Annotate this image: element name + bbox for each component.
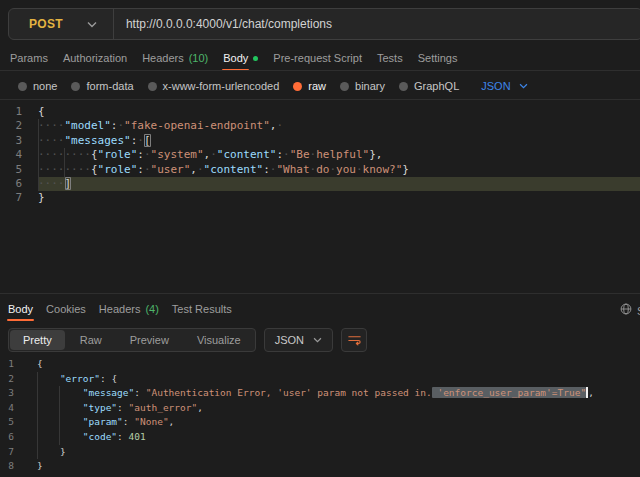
line-number: 5 [0, 415, 37, 430]
tab-headers[interactable]: Headers(10) [142, 52, 208, 64]
response-tab-test-results[interactable]: Test Results [172, 303, 232, 315]
tab-label: Body [8, 303, 33, 315]
response-tabs: BodyCookiesHeaders(4)Test Results [8, 296, 232, 322]
code-line[interactable]: 8} [0, 459, 640, 474]
response-tab-body[interactable]: Body [8, 303, 33, 315]
body-type-options: noneform-datax-www-form-urlencodedrawbin… [18, 76, 528, 96]
code-line[interactable]: 1{ [0, 105, 640, 119]
tab-authorization[interactable]: Authorization [63, 52, 127, 64]
line-number: 6 [0, 177, 38, 191]
radio-selected-icon [293, 82, 302, 91]
line-number: 5 [0, 163, 38, 177]
chevron-down-icon [87, 21, 97, 28]
code-token: 401 [129, 431, 146, 442]
response-tab-headers[interactable]: Headers(4) [99, 303, 159, 315]
code-token: } [38, 191, 45, 204]
code-token: "role" [98, 148, 138, 161]
indent-guide [64, 148, 65, 162]
view-visualize[interactable]: Visualize [184, 330, 254, 350]
tab-label: Pre-request Script [273, 52, 362, 64]
code-line[interactable]: 7 } [0, 445, 640, 460]
code-token: "param" [83, 416, 123, 427]
divider [0, 70, 640, 71]
body-type-none[interactable]: none [18, 80, 57, 92]
tab-count-badge: (10) [189, 52, 209, 64]
view-pretty[interactable]: Pretty [10, 330, 65, 350]
tab-body[interactable]: Body [223, 52, 258, 64]
code-token: { [91, 148, 98, 161]
code-token: } [402, 163, 409, 176]
code-token: · [137, 134, 144, 147]
wrap-text-button[interactable] [341, 328, 367, 352]
code-line[interactable]: 4 "type": "auth_error", [0, 401, 640, 416]
chevron-down-icon [313, 337, 322, 343]
request-body-editor[interactable]: 1{2····"model":·"fake-openai-endpoint",·… [0, 100, 640, 298]
code-token: , [588, 387, 594, 398]
code-token: "system" [151, 148, 204, 161]
indent-guide [37, 445, 38, 460]
code-line[interactable]: 6····] [0, 177, 640, 191]
indent-guide [38, 148, 39, 162]
tab-tests[interactable]: Tests [377, 52, 403, 64]
line-number: 3 [0, 134, 38, 148]
code-text: } [37, 445, 640, 460]
code-line[interactable]: 3····"messages":·[ [0, 134, 640, 148]
tab-count-badge: (4) [145, 303, 158, 315]
raw-language-dropdown[interactable]: JSON [481, 80, 527, 92]
code-token: } [37, 460, 43, 471]
response-language-dropdown[interactable]: JSON [264, 328, 333, 352]
body-type-label: form-data [86, 80, 133, 92]
code-token: : [263, 163, 270, 176]
line-number: 1 [0, 357, 37, 372]
response-view-switch: PrettyRawPreviewVisualize [8, 328, 256, 352]
line-number: 8 [0, 459, 37, 474]
line-number: 2 [0, 119, 38, 133]
code-token: you [336, 163, 356, 176]
body-type-form-data[interactable]: form-data [71, 80, 133, 92]
code-text: ········{"role":·"system",·"content":·"B… [38, 148, 640, 162]
body-type-x-www-form-urlencoded[interactable]: x-www-form-urlencoded [148, 80, 280, 92]
code-token: ···· [38, 119, 65, 132]
body-type-raw[interactable]: raw [293, 80, 326, 92]
code-token: ···· [38, 134, 65, 147]
tab-settings[interactable]: Settings [418, 52, 458, 64]
tab-pre-request-script[interactable]: Pre-request Script [273, 52, 362, 64]
method-dropdown[interactable]: POST [9, 9, 113, 39]
code-token [37, 373, 60, 384]
code-line[interactable]: 7} [0, 191, 640, 205]
code-line[interactable]: 2 "error": { [0, 372, 640, 387]
indent-guide [37, 430, 38, 445]
globe-icon[interactable] [619, 302, 633, 320]
body-type-graphql[interactable]: GraphQL [399, 80, 459, 92]
code-line[interactable]: 2····"model":·"fake-openai-endpoint",· [0, 119, 640, 133]
response-tab-cookies[interactable]: Cookies [46, 303, 86, 315]
url-input[interactable]: http://0.0.0.0:4000/v1/chat/completions [114, 17, 332, 31]
code-line[interactable]: 6 "code": 401 [0, 430, 640, 445]
response-language-label: JSON [275, 334, 304, 346]
code-line[interactable]: 5········{"role":·"user",·"content":·"Wh… [0, 163, 640, 177]
code-text: "code": 401 [37, 430, 640, 445]
code-text: } [38, 191, 640, 205]
tab-params[interactable]: Params [10, 52, 48, 64]
indent-guide [59, 415, 60, 430]
response-body-editor[interactable]: 1{2 "error": {3 "message": "Authenticati… [0, 352, 640, 477]
code-token: , [169, 416, 175, 427]
code-token: do [316, 163, 329, 176]
selected-text: 'enforce_user_param'=True" [432, 387, 586, 398]
code-token: "messages" [65, 134, 131, 147]
code-token: "model" [65, 119, 111, 132]
code-line[interactable]: 1{ [0, 357, 640, 372]
view-raw[interactable]: Raw [67, 330, 115, 350]
indent-guide [38, 119, 39, 133]
code-line[interactable]: 4········{"role":·"system",·"content":·"… [0, 148, 640, 162]
body-type-label: raw [308, 80, 326, 92]
view-preview[interactable]: Preview [117, 330, 182, 350]
body-type-binary[interactable]: binary [340, 80, 385, 92]
indent-guide [37, 415, 38, 430]
code-token: , [197, 402, 203, 413]
radio-icon [399, 82, 408, 91]
code-line[interactable]: 3 "message": "Authentication Error, 'use… [0, 386, 640, 401]
code-token: · [144, 148, 151, 161]
code-text: { [38, 105, 640, 119]
code-line[interactable]: 5 "param": "None", [0, 415, 640, 430]
